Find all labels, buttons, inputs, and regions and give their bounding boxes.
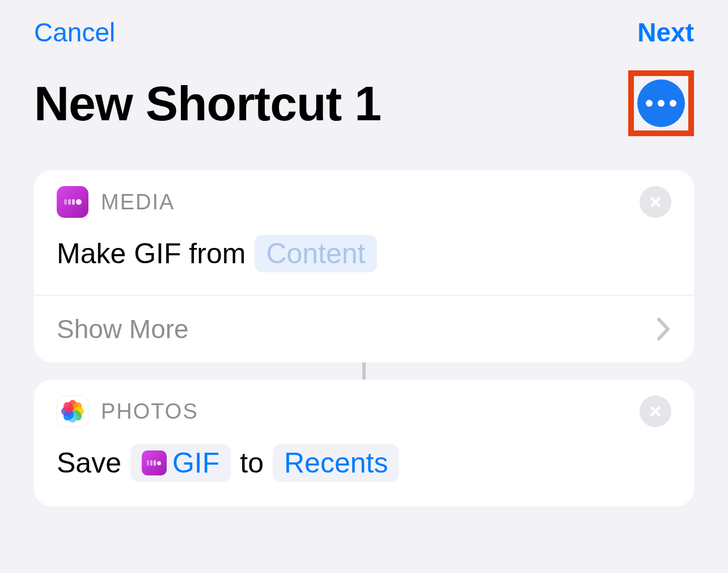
more-button-highlight — [628, 70, 694, 136]
action-middle: to — [240, 446, 264, 479]
action-description: Save GIF to Recents — [34, 427, 694, 507]
action-description: Make GIF from Content — [34, 218, 694, 295]
content-placeholder-token[interactable]: Content — [255, 235, 376, 272]
media-mini-icon — [142, 450, 167, 475]
next-button[interactable]: Next — [637, 17, 694, 48]
card-header: MEDIA — [34, 170, 694, 218]
chevron-right-icon — [657, 317, 671, 341]
app-label: MEDIA — [101, 190, 175, 214]
gif-variable-token[interactable]: GIF — [130, 444, 231, 482]
action-card-media[interactable]: MEDIA Make GIF from Content Show More — [34, 170, 694, 363]
navigation-bar: Cancel Next — [0, 0, 728, 59]
recents-album-token[interactable]: Recents — [273, 444, 399, 482]
show-more-label: Show More — [57, 314, 189, 344]
action-card-photos[interactable]: PHOTOS Save GIF to Recents — [34, 380, 694, 507]
action-prefix: Make GIF from — [57, 237, 246, 270]
photos-app-icon — [57, 395, 88, 427]
close-icon — [648, 404, 663, 419]
remove-action-button[interactable] — [640, 186, 671, 218]
show-more-row[interactable]: Show More — [34, 296, 694, 363]
app-label: PHOTOS — [101, 399, 198, 424]
action-prefix: Save — [57, 446, 121, 479]
close-icon — [648, 195, 663, 209]
card-header: PHOTOS — [34, 380, 694, 427]
media-app-icon — [57, 186, 88, 218]
ellipsis-icon — [646, 100, 653, 107]
page-title: New Shortcut 1 — [34, 75, 381, 132]
action-connector — [362, 363, 366, 380]
cancel-button[interactable]: Cancel — [34, 17, 115, 48]
more-options-button[interactable] — [637, 79, 685, 127]
title-row: New Shortcut 1 — [0, 59, 728, 170]
remove-action-button[interactable] — [640, 395, 671, 427]
